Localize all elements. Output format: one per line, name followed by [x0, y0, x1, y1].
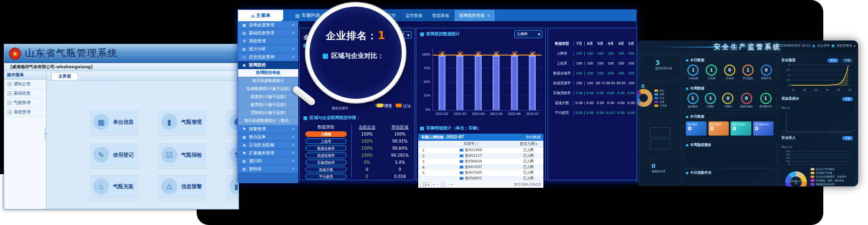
- month-filter-button[interactable]: 本月: [828, 58, 838, 63]
- menu-active-safety[interactable]: ◈主动安全防御∨: [238, 141, 298, 149]
- menu-statistics[interactable]: ▥统计分析∨: [238, 45, 298, 53]
- current-page[interactable]: 1: [440, 182, 446, 187]
- chevron-down-icon: ∨: [292, 127, 295, 131]
- admin-link[interactable]: 后台管理: [817, 44, 829, 48]
- year-filter-button[interactable]: 年度: [842, 136, 853, 140]
- submenu-fatigue-stats[interactable]: 疲劳统计(基于运政): [238, 101, 298, 109]
- main-menu-button[interactable]: ⌂主菜单: [238, 10, 283, 21]
- sidebar-item-basic-info[interactable]: +基础信息: [4, 89, 46, 98]
- sort-icon[interactable]: ↕: [476, 142, 478, 145]
- week-data-box: 本周数据 1隐患整改 1已整改 0未整改 0逾期未整改 1按时整改率: [683, 84, 777, 111]
- cylinder-app-window: ★ 山东省气瓶管理系统 【威海顺祥气体有限公司-whshengxiang】 操作…: [4, 44, 239, 209]
- tile-cut-right-3[interactable]: ◧: [225, 173, 239, 200]
- tab-monitor-board[interactable]: 监控看板: [401, 10, 428, 21]
- expand-icon[interactable]: +: [8, 91, 12, 96]
- today-danger-box: 今日危险作业: [683, 168, 777, 185]
- page-size-select[interactable]: 10 ▾: [421, 182, 431, 187]
- sidebar-item-notices[interactable]: +通知公告: [4, 80, 46, 89]
- bar: [475, 56, 482, 110]
- vehicle-row[interactable]: 5鲁KA7005已入网: [418, 170, 543, 176]
- type-pill[interactable]: 超速次数: [305, 167, 347, 172]
- filter-caret-icon[interactable]: ▾: [536, 142, 537, 145]
- expand-icon[interactable]: +: [8, 82, 12, 86]
- menu-pass-code[interactable]: ▧通行码∨: [238, 157, 298, 165]
- vehicle-row[interactable]: 4鲁KA7637已入网: [418, 164, 543, 170]
- bar-cell: 100: [524, 40, 542, 110]
- bar: [493, 56, 500, 110]
- submenu-network-assessment[interactable]: 联网联控考核: [238, 69, 298, 77]
- sidebar-item-cylinder-mgmt[interactable]: +气瓶管理: [4, 98, 46, 108]
- tile-usage-register[interactable]: ✎使用登记: [89, 142, 140, 168]
- chevron-down-icon: ∨: [292, 151, 295, 155]
- tab-network-assessment[interactable]: 联网联控考核×: [454, 10, 495, 21]
- year-filter-button[interactable]: 年度: [842, 97, 853, 101]
- truck-icon: [460, 154, 463, 157]
- menu-extended-services[interactable]: ✱扩展服务管理∨: [238, 149, 298, 157]
- month-section-title: 本月数据: [683, 112, 776, 120]
- bar: [438, 56, 446, 110]
- type-pill-active[interactable]: 入网率: [305, 131, 347, 137]
- menu-history-query[interactable]: ◷历史信息查询∨: [238, 53, 298, 61]
- today-section-title: 今日数据: [683, 56, 776, 64]
- submenu-overspeed-stats[interactable]: 超速统计(基于运政): [238, 93, 298, 101]
- tile-cut-right-2[interactable]: ⚒: [225, 142, 239, 168]
- expand-icon[interactable]: +: [8, 110, 12, 114]
- menu-system-mgmt[interactable]: ⚙系统管理: [238, 37, 298, 45]
- globe-icon: ◉: [242, 63, 247, 67]
- alert-icon: ⚠: [161, 178, 177, 194]
- expand-icon[interactable]: +: [8, 101, 12, 105]
- type-pill[interactable]: 上线率: [305, 138, 347, 144]
- tab-data-board[interactable]: 数据看板: [428, 10, 454, 21]
- submenu-drift-stats[interactable]: 漂移统计(基于运政): [238, 109, 298, 117]
- menu-network-control[interactable]: ◉联网联控: [238, 61, 298, 69]
- monthly-row: 数据合格率100100100100100100: [550, 68, 635, 78]
- tab-main[interactable]: 主界面: [51, 72, 78, 80]
- ring-stat: 1: [742, 64, 754, 76]
- chevron-down-icon: ∨: [292, 47, 295, 51]
- type-pill[interactable]: 平均疲劳: [305, 174, 347, 179]
- submenu-daily-track-test[interactable]: 每日轨迹数据统计（测试）: [238, 117, 298, 125]
- caret-down-icon: ▼: [407, 33, 409, 37]
- last-page-icon[interactable]: »: [451, 183, 453, 186]
- prev-page-icon[interactable]: ‹: [437, 183, 438, 186]
- menu-basic-info[interactable]: ▤基础信息管理∨: [238, 29, 298, 37]
- menu-violation-mgmt[interactable]: ▣违章处置管理∨: [238, 21, 298, 29]
- submenu-daily-track-stats[interactable]: 每日轨迹数据统计: [238, 77, 298, 85]
- tile-alert[interactable]: ⚠信息预警: [157, 173, 208, 200]
- current-user[interactable]: 系统管理员: [836, 44, 852, 48]
- tile-cylinder-mgmt[interactable]: ▮气瓶管理: [157, 109, 208, 135]
- vehicle-row[interactable]: 鲁K56951已入网: [418, 176, 543, 181]
- building-icon: ▦: [93, 114, 109, 130]
- detail-row: 上线率100%99.91%: [302, 137, 413, 145]
- close-icon[interactable]: ×: [487, 14, 490, 18]
- submenu-track-stats[interactable]: 轨迹数据统计(基于运政): [238, 85, 298, 93]
- menu-data-library[interactable]: ▨资料库∨: [238, 165, 298, 173]
- vehicle-row[interactable]: 3鲁K96604已入网: [418, 159, 543, 164]
- type-pill[interactable]: 车辆漂移率: [305, 160, 347, 165]
- ring-stat: 1: [687, 93, 699, 104]
- sidebar-item-system-mgmt[interactable]: +系统管理: [4, 108, 46, 117]
- tile-unit-info[interactable]: ▦单位信息: [89, 109, 140, 135]
- caret-down-icon[interactable]: ▾: [854, 44, 855, 48]
- menu-alarm-mgmt[interactable]: ⚑报警管理∨: [238, 125, 298, 133]
- export-button[interactable]: 导出数据: [526, 135, 541, 140]
- bar-cell: 100: [451, 40, 470, 110]
- type-pill[interactable]: 轨迹完整率: [305, 153, 347, 158]
- menu-waybill[interactable]: ▦整合运单∨: [238, 133, 298, 141]
- type-pill[interactable]: 数据合格率: [305, 145, 347, 151]
- plate-column-header[interactable]: 车牌号 ↕: [429, 141, 513, 146]
- status-column-header[interactable]: 是否入网 ▾: [513, 141, 543, 146]
- tile-filling[interactable]: ♨气瓶充装: [89, 173, 140, 200]
- first-page-icon[interactable]: «: [433, 183, 435, 186]
- metric-select[interactable]: 入网率▼: [514, 30, 542, 38]
- tile-inspection[interactable]: ☑气瓶报检: [157, 142, 208, 168]
- legend-label: 不及格: [660, 104, 667, 107]
- chart-section-title: 联网联控数据统计: [420, 31, 460, 37]
- vehicle-table-header: 车牌号 ↕ 是否入网 ▾: [418, 141, 543, 147]
- year-filter-button[interactable]: 年度: [842, 58, 853, 63]
- next-page-icon[interactable]: ›: [448, 183, 449, 186]
- monitor-icon: ▣: [812, 44, 815, 48]
- tile-cut-right-1[interactable]: ☻: [225, 109, 239, 135]
- vehicle-row[interactable]: 2鲁KA1117已入网: [418, 153, 543, 159]
- vehicle-row[interactable]: 1鲁KA1909已入网: [418, 147, 543, 153]
